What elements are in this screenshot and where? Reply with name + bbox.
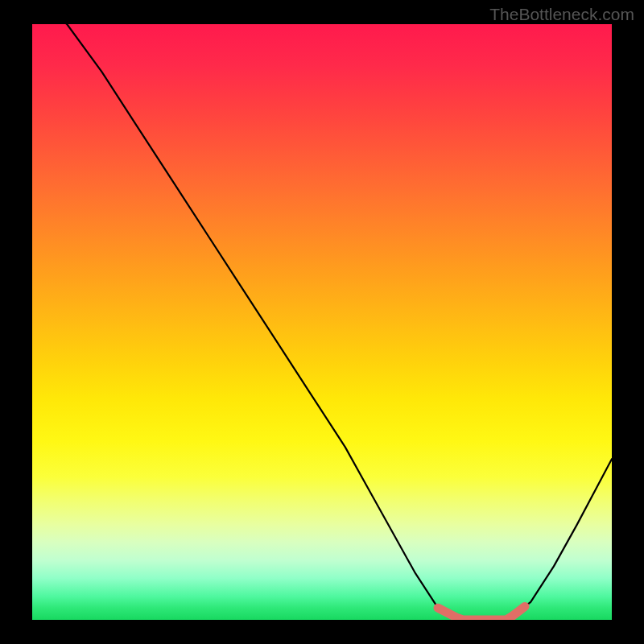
bottleneck-curve-line — [32, 24, 612, 620]
watermark-text: TheBottleneck.com — [489, 5, 634, 24]
curve-svg — [32, 24, 612, 620]
basin-highlight-line — [438, 606, 525, 620]
plot-area — [32, 24, 612, 620]
